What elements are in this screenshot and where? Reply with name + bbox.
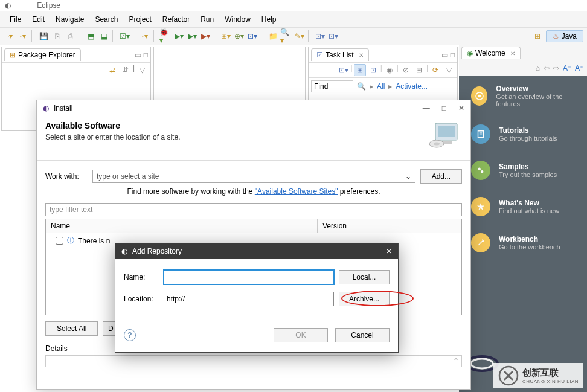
brand-py: CHUANG XIN HU LIAN bbox=[522, 379, 579, 384]
search-icon[interactable]: 🔍▾ bbox=[280, 30, 292, 42]
menu-edit[interactable]: Edit bbox=[27, 13, 50, 25]
overview-heading: Overview bbox=[496, 85, 575, 93]
annotate-icon[interactable]: ✎▾ bbox=[294, 30, 306, 42]
menu-navigate[interactable]: Navigate bbox=[51, 13, 89, 25]
row-text: There is n bbox=[78, 237, 110, 245]
search-small-icon[interactable]: 🔍 bbox=[357, 82, 366, 91]
link-icon[interactable]: ⇵ bbox=[120, 64, 132, 76]
fwd-icon[interactable]: ⇨ bbox=[553, 64, 559, 72]
welcome-workbench[interactable]: WorkbenchGo to the workbench bbox=[459, 225, 587, 261]
welcome-overview[interactable]: OverviewGet an overview of the features bbox=[459, 76, 587, 116]
expand-icon[interactable]: ⌃ bbox=[453, 357, 459, 365]
open-icon[interactable]: ▫▾ bbox=[17, 30, 29, 42]
name-input[interactable] bbox=[164, 270, 334, 284]
java-perspective-button[interactable]: ♨ Java bbox=[546, 30, 583, 42]
welcome-tab[interactable]: ◉ Welcome ✕ bbox=[461, 47, 521, 59]
local-button[interactable]: Local... bbox=[339, 270, 390, 284]
home-icon[interactable]: ⌂ bbox=[536, 64, 540, 72]
location-input[interactable] bbox=[164, 292, 334, 306]
close-icon[interactable]: ✕ bbox=[359, 52, 364, 59]
focus-icon[interactable]: ◉ bbox=[383, 64, 396, 76]
activate-link[interactable]: Activate... bbox=[396, 82, 428, 91]
toggle-icon[interactable]: ☑▾ bbox=[118, 30, 130, 42]
svg-marker-7 bbox=[477, 203, 484, 210]
sync-icon[interactable]: ⟳ bbox=[429, 64, 441, 76]
zoom-out-icon[interactable]: A⁻ bbox=[563, 64, 571, 72]
new-task-icon[interactable]: ⊡▾ bbox=[338, 64, 350, 76]
print-icon[interactable]: ⎙ bbox=[64, 30, 76, 42]
software-sites-link[interactable]: "Available Software Sites" bbox=[255, 187, 338, 196]
maximize-button[interactable]: □ bbox=[442, 104, 446, 112]
ext-tools-icon[interactable]: ▶▾ bbox=[199, 30, 211, 42]
run-icon[interactable]: ▶▾ bbox=[173, 30, 185, 42]
open-type-icon[interactable]: 📁 bbox=[267, 30, 279, 42]
task2-icon[interactable]: ⊡▾ bbox=[327, 30, 339, 42]
menu-window[interactable]: Window bbox=[220, 13, 255, 25]
run-last-icon[interactable]: ▶▾ bbox=[186, 30, 198, 42]
ok-button[interactable]: OK bbox=[274, 328, 328, 342]
cancel-button[interactable]: Cancel bbox=[335, 328, 390, 342]
task-icon[interactable]: ⊡▾ bbox=[314, 30, 326, 42]
welcome-tutorials[interactable]: TutorialsGo through tutorials bbox=[459, 116, 587, 152]
close-icon[interactable]: ✕ bbox=[386, 247, 392, 255]
menu-run[interactable]: Run bbox=[196, 13, 219, 25]
package-explorer-tab[interactable]: ⊞ Package Explorer bbox=[4, 48, 81, 61]
menu-refactor[interactable]: Refactor bbox=[158, 13, 194, 25]
categorize-icon[interactable]: ⊞ bbox=[354, 64, 366, 76]
menu-project[interactable]: Project bbox=[124, 13, 156, 25]
menubar: File Edit Navigate Search Project Refact… bbox=[0, 11, 587, 28]
save-icon[interactable]: 💾 bbox=[37, 30, 50, 42]
build-all-icon[interactable]: ⬓ bbox=[98, 30, 110, 42]
select-all-button[interactable]: Select All bbox=[45, 321, 98, 336]
col-version[interactable]: Version bbox=[318, 219, 461, 233]
open-perspective-icon[interactable]: ⊞ bbox=[531, 30, 544, 42]
whatsnew-heading: What's New bbox=[499, 199, 559, 207]
build-icon[interactable]: ⬒ bbox=[85, 30, 97, 42]
install-subheading: Select a site or enter the location of a… bbox=[45, 133, 180, 141]
add-button[interactable]: Add... bbox=[420, 169, 462, 184]
row-checkbox[interactable] bbox=[56, 237, 63, 245]
new-pkg-icon[interactable]: ⊞▾ bbox=[220, 30, 232, 42]
help-icon[interactable]: ? bbox=[124, 329, 136, 341]
minimize-button[interactable]: — bbox=[423, 104, 430, 112]
collapse-icon[interactable]: ⇄ bbox=[106, 64, 118, 76]
task-list-tab[interactable]: ☑ Task List ✕ bbox=[311, 48, 369, 61]
maximize-icon[interactable]: □ bbox=[451, 51, 455, 59]
close-icon[interactable]: ✕ bbox=[510, 50, 515, 57]
collapse2-icon[interactable]: ⊟ bbox=[413, 64, 425, 76]
main-toolbar: ▫▾ ▫▾ 💾 ⎘ ⎙ ⬒ ⬓ ☑▾ ▫▾ 🐞▾ ▶▾ ▶▾ ▶▾ ⊞▾ ⊕▾ … bbox=[0, 28, 587, 45]
filter-input[interactable] bbox=[45, 203, 462, 216]
view-menu-icon[interactable]: ▽ bbox=[136, 64, 148, 76]
menu-search[interactable]: Search bbox=[90, 13, 123, 25]
minimize-icon[interactable]: ▭ bbox=[441, 51, 448, 59]
whatsnew-icon bbox=[471, 197, 490, 216]
whatsnew-desc: Find out what is new bbox=[499, 207, 559, 214]
location-label: Location: bbox=[124, 295, 159, 303]
maximize-icon[interactable]: □ bbox=[144, 51, 148, 59]
find-input[interactable] bbox=[311, 80, 353, 92]
view-menu2-icon[interactable]: ▽ bbox=[443, 64, 455, 76]
schedule-icon[interactable]: ⊡ bbox=[367, 64, 379, 76]
hide-icon[interactable]: ⊘ bbox=[400, 64, 412, 76]
new-java-icon[interactable]: ▫▾ bbox=[139, 30, 151, 42]
back-icon[interactable]: ⇦ bbox=[544, 64, 550, 72]
close-button[interactable]: ✕ bbox=[458, 104, 464, 112]
zoom-in-icon[interactable]: A⁺ bbox=[575, 64, 583, 72]
col-name[interactable]: Name bbox=[46, 219, 318, 233]
welcome-samples[interactable]: SamplesTry out the samples bbox=[459, 152, 587, 188]
debug-icon[interactable]: 🐞▾ bbox=[159, 30, 172, 42]
new-type-icon[interactable]: ⊡▾ bbox=[246, 30, 258, 42]
save-all-icon[interactable]: ⎘ bbox=[51, 30, 63, 42]
archive-button[interactable]: Archive... bbox=[339, 292, 390, 306]
install-title: Install bbox=[54, 104, 72, 112]
menu-help[interactable]: Help bbox=[257, 13, 281, 25]
new-icon[interactable]: ▫▾ bbox=[4, 30, 16, 42]
new-class-icon[interactable]: ⊕▾ bbox=[233, 30, 245, 42]
work-with-combo[interactable]: type or select a site ⌄ bbox=[92, 170, 415, 183]
welcome-whatsnew[interactable]: What's NewFind out what is new bbox=[459, 188, 587, 225]
all-link[interactable]: All bbox=[377, 82, 385, 91]
package-icon: ⊞ bbox=[10, 51, 16, 59]
package-explorer-title: Package Explorer bbox=[18, 51, 75, 59]
menu-file[interactable]: File bbox=[5, 13, 26, 25]
minimize-icon[interactable]: ▭ bbox=[135, 51, 141, 59]
